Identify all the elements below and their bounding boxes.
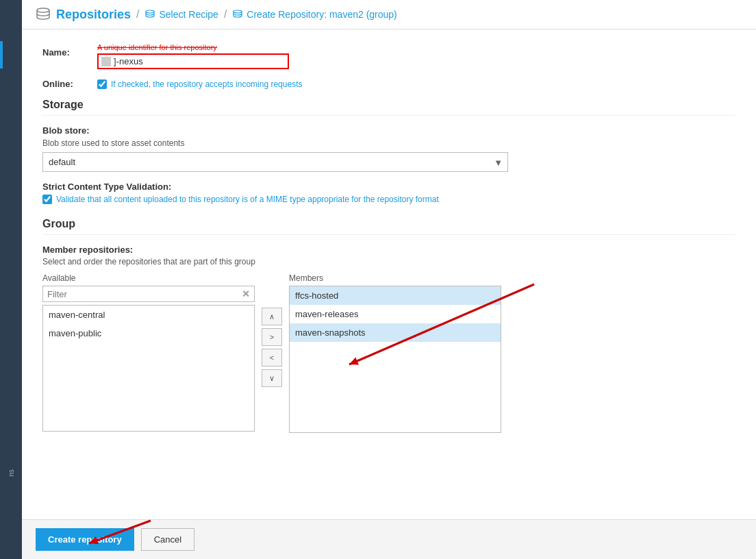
online-content: If checked, the repository accepts incom… bbox=[97, 79, 302, 89]
storage-section-title: Storage bbox=[42, 99, 735, 116]
strict-validation-area: Strict Content Type Validation: Validate… bbox=[42, 182, 735, 204]
strict-hint: Validate that all content uploaded to th… bbox=[56, 195, 439, 204]
transfer-buttons: ∧ > < ∨ bbox=[262, 308, 282, 387]
main-content: Repositories / Select Recipe / Create Re… bbox=[22, 0, 756, 559]
available-list: maven-central maven-public bbox=[42, 305, 255, 432]
blob-store-hint: Blob store used to store asset contents bbox=[42, 138, 735, 148]
select-recipe-label: Select Recipe bbox=[159, 9, 218, 20]
create-repo-label: Create Repository: maven2 (group) bbox=[247, 9, 396, 20]
filter-clear-icon[interactable]: ✕ bbox=[242, 288, 250, 299]
group-section-title: Group bbox=[42, 218, 735, 235]
member-hint: Select and order the repositories that a… bbox=[42, 257, 735, 266]
members-title: Members bbox=[289, 273, 501, 283]
name-hint: A unique identifier for this repository bbox=[97, 43, 735, 51]
create-repository-button[interactable]: Create repository bbox=[36, 528, 134, 551]
move-right-button[interactable]: > bbox=[262, 328, 282, 346]
online-row: Online: If checked, the repository accep… bbox=[42, 79, 735, 89]
name-input-box[interactable] bbox=[97, 53, 289, 69]
filter-wrapper[interactable]: ✕ bbox=[42, 286, 255, 302]
breadcrumb: Repositories / Select Recipe / Create Re… bbox=[22, 0, 756, 29]
list-item[interactable]: maven-central bbox=[43, 306, 254, 324]
svg-point-2 bbox=[234, 10, 242, 13]
strict-label: Strict Content Type Validation: bbox=[42, 182, 735, 192]
form-content: Name: A unique identifier for this repos… bbox=[22, 29, 756, 519]
member-item[interactable]: maven-releases bbox=[290, 305, 501, 323]
blob-store-area: Blob store: Blob store used to store ass… bbox=[42, 125, 735, 172]
transfer-area: Available ✕ maven-central maven-public ∧… bbox=[42, 273, 735, 433]
create-repo-icon bbox=[232, 9, 243, 20]
name-label: Name: bbox=[42, 43, 97, 58]
cancel-button[interactable]: Cancel bbox=[141, 528, 194, 551]
available-panel: Available ✕ maven-central maven-public bbox=[42, 273, 255, 432]
move-up-button[interactable]: ∧ bbox=[262, 308, 282, 325]
name-input[interactable] bbox=[114, 56, 285, 66]
sidebar: ns bbox=[0, 0, 22, 559]
available-title: Available bbox=[42, 273, 255, 283]
svg-point-0 bbox=[37, 8, 49, 12]
breadcrumb-sep-1: / bbox=[136, 8, 139, 21]
repositories-icon bbox=[36, 7, 51, 22]
breadcrumb-select-recipe[interactable]: Select Recipe bbox=[144, 9, 218, 20]
online-checkbox[interactable] bbox=[97, 79, 107, 89]
select-recipe-icon bbox=[144, 9, 155, 20]
blob-store-select-wrapper: default ▼ bbox=[42, 152, 508, 172]
strict-checkbox[interactable] bbox=[42, 195, 52, 204]
blob-store-select[interactable]: default bbox=[42, 152, 508, 172]
members-list: ffcs-hosted maven-releases maven-snapsho… bbox=[289, 286, 501, 433]
breadcrumb-create-repo: Create Repository: maven2 (group) bbox=[232, 9, 396, 20]
name-field-wrapper: A unique identifier for this repository bbox=[97, 43, 735, 69]
online-hint: If checked, the repository accepts incom… bbox=[111, 79, 302, 89]
filter-input[interactable] bbox=[47, 289, 242, 299]
name-row: Name: A unique identifier for this repos… bbox=[42, 43, 735, 69]
move-left-button[interactable]: < bbox=[262, 349, 282, 367]
svg-point-1 bbox=[146, 10, 154, 13]
breadcrumb-sep-2: / bbox=[224, 8, 227, 21]
strict-row: Validate that all content uploaded to th… bbox=[42, 195, 735, 204]
blob-store-label: Blob store: bbox=[42, 125, 735, 136]
list-item[interactable]: maven-public bbox=[43, 324, 254, 343]
members-panel: Members ffcs-hosted maven-releases maven… bbox=[289, 273, 501, 433]
member-label: Member repositories: bbox=[42, 245, 735, 255]
repositories-title: Repositories bbox=[56, 8, 131, 22]
member-item[interactable]: maven-snapshots bbox=[290, 323, 501, 342]
sidebar-accent bbox=[0, 41, 3, 69]
name-input-icon bbox=[101, 57, 111, 66]
move-down-button[interactable]: ∨ bbox=[262, 369, 282, 387]
footer: Create repository Cancel bbox=[22, 519, 756, 559]
sidebar-label: ns bbox=[8, 462, 15, 484]
member-item[interactable]: ffcs-hosted bbox=[290, 286, 501, 305]
group-section: Group Member repositories: Select and or… bbox=[42, 218, 735, 433]
online-label: Online: bbox=[42, 79, 97, 89]
